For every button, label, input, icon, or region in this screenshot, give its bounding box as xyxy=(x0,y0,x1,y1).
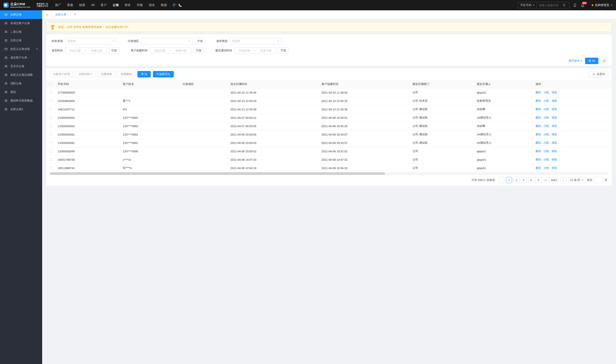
row-claim-link[interactable]: 领取 xyxy=(552,158,557,161)
date-start-input[interactable] xyxy=(152,49,167,52)
date-start-input[interactable] xyxy=(67,49,83,52)
row-checkbox[interactable] xyxy=(49,116,52,119)
null-value-button[interactable]: 空值 xyxy=(109,47,119,54)
row-checkbox[interactable] xyxy=(49,166,52,169)
row-checkbox[interactable] xyxy=(49,99,52,102)
sidebar-item[interactable]: 非成交客户公海 xyxy=(0,19,42,27)
date-start-input[interactable] xyxy=(237,49,252,52)
row-checkbox[interactable] xyxy=(49,91,52,94)
export-plain-button[interactable]: 不加密导出 xyxy=(153,71,174,78)
sidebar-item[interactable]: 注安公海 xyxy=(0,36,42,45)
nav-item[interactable]: 财务 xyxy=(125,3,131,7)
nav-item[interactable]: 线索 xyxy=(79,3,85,7)
row-delete-link[interactable]: 删除 xyxy=(536,124,541,128)
sidebar-item[interactable]: 全部公海2 xyxy=(0,105,42,114)
user-menu[interactable]: 机构管理员 xyxy=(592,3,613,7)
assign-manager-button[interactable]: 分配客户经理 xyxy=(50,71,73,78)
row-checkbox[interactable] xyxy=(49,150,52,153)
row-claim-link[interactable]: 领取 xyxy=(552,141,557,144)
row-claim-link[interactable]: 领取 xyxy=(552,91,557,94)
null-value-button[interactable]: 空值 xyxy=(193,47,204,54)
page-last-button[interactable]: 6882 xyxy=(549,177,559,183)
row-checkbox[interactable] xyxy=(49,141,52,144)
page-number-button[interactable]: 1 xyxy=(506,177,512,183)
nav-item[interactable]: 学服 xyxy=(137,3,143,7)
row-assign-link[interactable]: 分配 xyxy=(543,99,549,102)
date-range[interactable]: ~ xyxy=(150,47,192,54)
mobile-icon[interactable] xyxy=(573,3,577,7)
assign-dept-button[interactable]: 分配到部门 xyxy=(75,71,96,78)
date-range[interactable]: ~ xyxy=(65,47,107,54)
row-delete-link[interactable]: 删除 xyxy=(536,99,541,102)
row-delete-link[interactable]: 删除 xyxy=(536,91,541,94)
set-columns-button[interactable]: 设置列 xyxy=(589,71,608,78)
row-assign-link[interactable]: 分配 xyxy=(543,150,549,153)
row-delete-link[interactable]: 删除 xyxy=(536,141,541,144)
search-type-select[interactable]: 手机号码 xyxy=(518,2,537,8)
nav-item[interactable]: 公海 xyxy=(113,3,119,7)
page-next-button[interactable]: › xyxy=(560,177,566,183)
row-claim-link[interactable]: 领取 xyxy=(552,150,557,153)
search-input[interactable] xyxy=(537,2,563,8)
row-delete-link[interactable]: 删除 xyxy=(536,158,541,161)
row-checkbox[interactable] xyxy=(49,158,52,161)
tab-add-button[interactable]: + xyxy=(71,12,79,17)
nav-item[interactable]: 客服 xyxy=(67,3,73,7)
sidebar-item[interactable]: 成交客户公海 xyxy=(0,53,42,62)
sidebar-item[interactable]: 测试 xyxy=(0,88,42,96)
date-end-input[interactable] xyxy=(173,49,189,52)
filter-select[interactable]: 请选择 xyxy=(65,38,116,44)
sidebar-item[interactable]: 消防公海 xyxy=(0,79,42,88)
collapse-sidebar-button[interactable] xyxy=(44,10,51,19)
nav-item[interactable]: 推广 xyxy=(55,3,61,7)
row-claim-link[interactable]: 领取 xyxy=(552,116,557,119)
tab-active[interactable]: 全部公海 xyxy=(51,10,71,19)
sidebar-item[interactable]: 全部公海 xyxy=(0,10,42,19)
phone-icon[interactable] xyxy=(178,3,182,7)
sidebar-item[interactable]: 自定义公海分组 xyxy=(0,45,42,53)
sidebar-item[interactable]: 五月天公海 xyxy=(0,62,42,71)
row-assign-link[interactable]: 分配 xyxy=(543,124,549,128)
row-assign-link[interactable]: 分配 xyxy=(543,116,549,119)
nav-item[interactable]: 数据 xyxy=(161,3,167,7)
date-end-input[interactable] xyxy=(258,49,274,52)
export-button[interactable]: 导 出 xyxy=(137,71,151,78)
batch-claim-button[interactable]: 批量领取 xyxy=(98,71,116,78)
bell-icon[interactable]: 99+ xyxy=(580,3,585,7)
sidebar-item[interactable]: 二咨公海 xyxy=(0,27,42,36)
nav-item[interactable]: IM xyxy=(91,3,95,7)
nav-item[interactable]: 客户 xyxy=(101,3,107,7)
filter-select[interactable] xyxy=(141,38,193,44)
row-assign-link[interactable]: 分配 xyxy=(543,158,549,161)
select-all-checkbox[interactable] xyxy=(49,82,52,85)
row-checkbox[interactable] xyxy=(49,108,52,111)
row-delete-link[interactable]: 删除 xyxy=(536,133,541,136)
page-number-button[interactable]: 5 xyxy=(535,177,541,183)
row-delete-link[interactable]: 删除 xyxy=(536,108,541,111)
add-user-icon[interactable] xyxy=(172,3,176,7)
null-value-button[interactable]: 空值 xyxy=(278,47,288,54)
horizontal-scrollbar[interactable] xyxy=(50,172,608,175)
page-number-button[interactable]: 4 xyxy=(528,177,534,183)
row-claim-link[interactable]: 领取 xyxy=(552,108,557,111)
null-value-button[interactable]: 空值 xyxy=(195,38,205,44)
sidebar-item[interactable]: 自定义公海过滤器 xyxy=(0,71,42,79)
batch-delete-button[interactable]: 批量删除 xyxy=(118,71,135,78)
row-assign-link[interactable]: 分配 xyxy=(543,91,549,94)
page-jump-input[interactable] xyxy=(594,177,603,183)
row-claim-link[interactable]: 领取 xyxy=(552,99,557,102)
row-assign-link[interactable]: 分配 xyxy=(543,166,549,169)
row-claim-link[interactable]: 领取 xyxy=(552,166,557,169)
filter-select[interactable]: 请选择 xyxy=(230,38,281,44)
refresh-button[interactable] xyxy=(601,58,607,64)
row-claim-link[interactable]: 领取 xyxy=(552,133,557,136)
query-button[interactable]: 查 询 xyxy=(585,58,598,64)
page-number-button[interactable]: 3 xyxy=(521,177,527,183)
row-assign-link[interactable]: 分配 xyxy=(543,133,549,136)
row-delete-link[interactable]: 删除 xyxy=(536,166,541,169)
row-delete-link[interactable]: 删除 xyxy=(536,116,541,119)
scrollbar-thumb[interactable] xyxy=(50,172,385,175)
row-checkbox[interactable] xyxy=(49,133,52,136)
sidebar-item[interactable]: 测试昨日回库数据 xyxy=(0,96,42,105)
date-end-input[interactable] xyxy=(89,49,104,52)
